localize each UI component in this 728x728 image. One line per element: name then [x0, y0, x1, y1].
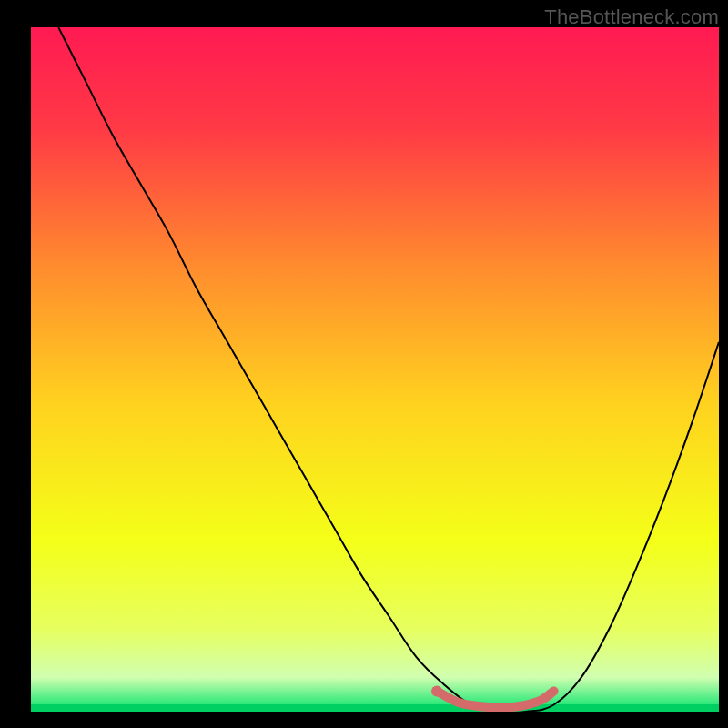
gradient-background [31, 27, 719, 712]
chart-area [31, 27, 719, 712]
chart-svg [31, 27, 719, 712]
stage: TheBottleneck.com [0, 0, 728, 728]
watermark-text: TheBottleneck.com [544, 5, 719, 29]
baseline-band [31, 704, 719, 712]
optimal-start-dot [431, 685, 442, 696]
